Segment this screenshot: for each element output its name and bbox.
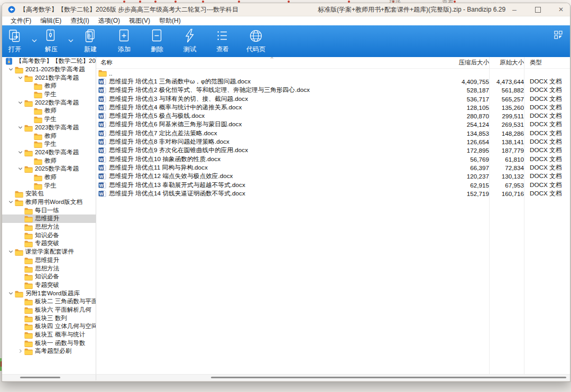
tree-item[interactable]: 知识必备 [2,231,96,239]
menu-o[interactable]: 选项(O) [95,16,124,26]
file-row[interactable]: W思维提升 培优点5 极点与极线.docx280,870299,511DOCX … [96,111,570,120]
chevron-expanded-icon[interactable] [6,67,15,73]
toolbar-button-view-list[interactable]: 查看 [215,27,230,54]
original-size: 565,257 [491,95,527,103]
tree-item[interactable]: 思维提升 [2,214,96,223]
column-header-1[interactable]: 压缩后大小 [413,57,491,68]
tree-item[interactable]: 学生 [2,90,96,99]
file-row[interactable]: W思维提升 培优点6 阿基米德三角形与蒙日圆.docx254,124269,53… [96,120,570,129]
tree-item[interactable]: 2021数学高考题 [2,73,96,82]
column-header-3[interactable]: 类型 [530,57,542,68]
file-name: 思维提升 培优点13 泰勒展开式与超越不等式.docx [109,181,245,189]
tree-item[interactable]: 板块六 平面解析几何 [2,306,96,314]
column-header-2[interactable]: 原始大小 [491,57,527,68]
tree-item[interactable]: 专题突破 [2,239,96,248]
file-row[interactable]: W思维提升 培优点7 定比点差法策略.docx134,853148,286DOC… [96,129,570,137]
tree-item[interactable]: 思想方法 [2,264,96,273]
folder-icon [24,306,33,313]
file-row[interactable]: W思维提升 培优点9 齐次化在圆锥曲线中的应用.docx172,895187,7… [96,146,570,155]
tree-item[interactable]: 教师 [2,107,96,115]
menu-f[interactable]: 文件(F) [7,16,35,26]
tree-hscrollbar[interactable] [20,377,60,378]
toolbar-layout-icon[interactable] [554,31,563,39]
tree-item[interactable]: 知识必备 [2,273,96,281]
file-row[interactable]: W思维提升 培优点8 非对称问题处理策略.docx126,654138,141D… [96,137,570,146]
chevron-down-icon[interactable] [32,35,39,42]
file-row[interactable]: W思维提升 培优点10 抽象函数的性质.docx56,76961,810DOCX… [96,155,570,163]
file-name: 思维提升 培优点9 齐次化在圆锥曲线中的应用.docx [109,146,248,154]
tree-item[interactable]: 安装包 [2,190,96,198]
tree-item[interactable]: 板块三 数列 [2,314,96,322]
chevron-expanded-icon[interactable] [16,124,24,130]
file-name: 思维提升 培优点10 抽象函数的性质.docx [109,155,220,163]
tree-item[interactable]: 高考题型必刷 [2,347,96,356]
chevron-expanded-icon[interactable] [16,99,24,106]
tree-item[interactable]: 学生 [2,140,96,148]
chevron-expanded-icon[interactable] [6,249,15,255]
sort-ascending-icon[interactable]: ^ [271,57,273,62]
folder-icon [15,248,23,255]
file-row[interactable]: W思维提升 培优点2 极化恒等式、等和线定理、奔驰定理与三角形四心.docx52… [96,86,570,95]
parent-directory-row[interactable]: .. [96,69,570,77]
toolbar-button-new-archive[interactable]: 新建 [83,27,98,54]
file-row[interactable]: W思维提升 培优点11 同构与异构.docx66,39772,834DOCX 文… [96,163,570,172]
folder-tree: 【高考数学】【数学二轮】2026版 步2021-2025数学高考题2021数学高… [2,57,96,375]
menu-e[interactable]: 编辑(E) [36,16,65,26]
menu-h[interactable]: 帮助(H) [155,16,185,26]
tree-item[interactable]: 板块五 概率与统计 [2,331,96,339]
tree-item[interactable]: 每日一练 [2,206,96,214]
toolbar-button-open-archive[interactable]: 打开 [7,27,22,54]
chevron-collapsed-icon[interactable] [16,348,24,354]
tree-indent-spacer [16,282,24,288]
tree-item[interactable]: 思维提升 [2,256,96,265]
column-header-0[interactable]: 名称 [100,57,113,68]
toolbar-button-add-file[interactable]: 添加 [117,27,132,54]
chevron-expanded-icon[interactable] [16,74,24,81]
tree-item[interactable]: 教师 [2,82,96,90]
chevron-expanded-icon[interactable] [6,199,15,206]
minimize-button[interactable]: – [510,5,519,14]
tree-root-item[interactable]: 【高考数学】【数学二轮】2026版 步 [2,57,96,66]
packed-size: 536,717 [413,95,491,103]
tree-item[interactable]: 2022数学高考题 [2,98,96,107]
toolbar-button-delete-file[interactable]: 删除 [150,27,164,54]
toolbar-button-test-lightning[interactable]: 测试 [182,27,197,54]
file-row[interactable]: W思维提升 培优点12 端点失效与极点效应.docx120,237130,132… [96,172,570,181]
maximize-button[interactable] [533,5,542,14]
file-row[interactable]: W思维提升 培优点3 与球有关的切、接、截问题.docx536,717565,2… [96,95,570,103]
tree-item[interactable]: 板块一 函数与导数 [2,339,96,347]
toolbar-button-codepage-globe[interactable]: 代码页 [246,27,265,54]
menu-i[interactable]: 查找(I) [67,16,93,26]
tree-item[interactable]: 思想方法 [2,223,96,231]
tree-item[interactable]: 2023数学高考题 [2,124,96,132]
tree-item[interactable]: 2025数学高考题 [2,165,96,173]
chevron-expanded-icon[interactable] [16,149,24,155]
chevron-down-icon[interactable] [68,35,76,42]
chevron-expanded-icon[interactable] [6,290,15,296]
tree-item[interactable]: 教师 [2,156,96,165]
tree-item-label: 板块六 平面解析几何 [35,306,91,314]
list-hscrollbar[interactable] [211,377,566,378]
tree-item[interactable]: 另附1套Word版题库 [2,289,96,297]
tree-item[interactable]: 学生 [2,181,96,190]
file-row[interactable]: W思维提升 培优点14 切线夹逼证明函数不等式.docx152,719160,7… [96,189,570,198]
file-row[interactable]: W思维提升 培优点4 概率与统计中的递推关系.docx128,105135,26… [96,103,570,111]
tree-item[interactable]: 2021-2025数学高考题 [2,66,96,74]
tree-item[interactable]: 教师 [2,132,96,140]
tree-item[interactable]: 板块二 三角函数与平面向量 [2,297,96,306]
tree-item[interactable]: 2024数学高考题 [2,148,96,157]
tree-item[interactable]: 学生 [2,115,96,124]
tree-item[interactable]: 教师用书Word版文档 [2,198,96,207]
close-button[interactable]: ✕ [556,5,566,14]
chevron-expanded-icon[interactable] [16,166,24,172]
file-row[interactable]: W思维提升 培优点1 三角函数中ω，φ的范围问题.docx4,409,7554,… [96,77,570,86]
tree-indent-spacer [25,83,34,89]
tree-item[interactable]: 板块四 立体几何与空间向量 [2,322,96,331]
file-row[interactable]: W思维提升 培优点13 泰勒展开式与超越不等式.docx62,91567,953… [96,181,570,189]
toolbar-button-extract[interactable]: 解压 [44,27,59,54]
menu-v[interactable]: 视图(V) [125,16,154,26]
tree-item[interactable]: 专题突破 [2,281,96,290]
tree-item[interactable]: 课堂学案配套课件 [2,248,96,256]
folder-icon [24,215,33,222]
tree-item[interactable]: 教师 [2,173,96,182]
